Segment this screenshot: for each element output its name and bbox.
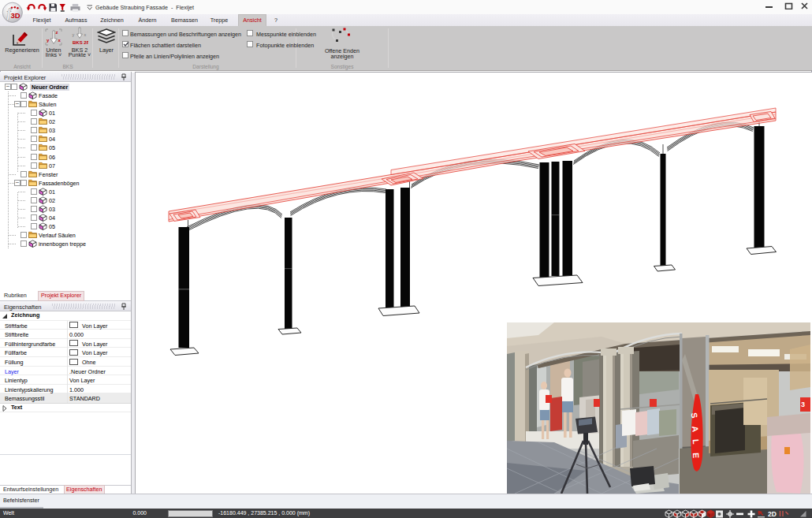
svg-text:E: E <box>691 453 701 458</box>
svg-text:y: y <box>47 38 50 43</box>
svg-text:2D: 2D <box>768 510 777 518</box>
svg-text:x: x <box>84 32 87 37</box>
svg-text:3D: 3D <box>11 11 20 20</box>
svg-text:y: y <box>73 32 75 37</box>
svg-text:z: z <box>56 30 58 35</box>
svg-text:3: 3 <box>801 401 805 408</box>
svg-text:BKS 2P: BKS 2P <box>73 40 88 45</box>
svg-text:x: x <box>58 38 61 43</box>
